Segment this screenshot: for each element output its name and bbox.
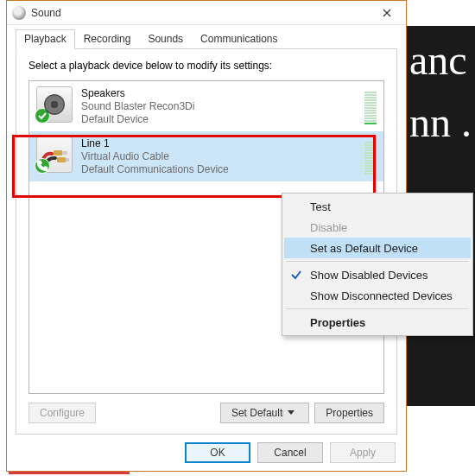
cancel-button[interactable]: Cancel	[257, 442, 323, 463]
menu-item-properties[interactable]: Properties	[284, 312, 471, 333]
menu-separator	[286, 308, 469, 309]
sound-icon	[12, 6, 26, 20]
menu-separator	[286, 261, 469, 262]
menu-item-test[interactable]: Test	[284, 196, 471, 217]
device-name: Line 1	[81, 137, 361, 150]
tab-sounds[interactable]: Sounds	[139, 29, 192, 49]
tab-recording[interactable]: Recording	[75, 29, 140, 49]
audio-cable-icon	[36, 136, 73, 173]
device-driver: Sound Blaster Recon3Di	[81, 100, 361, 113]
ok-button[interactable]: OK	[185, 442, 250, 463]
context-menu: Test Disable Set as Default Device Show …	[282, 193, 473, 336]
device-text: Line 1 Virtual Audio Cable Default Commu…	[81, 136, 361, 176]
level-meter	[364, 136, 377, 175]
configure-button[interactable]: Configure	[28, 403, 96, 423]
set-default-label: Set Default	[231, 407, 282, 419]
check-icon	[290, 269, 302, 281]
device-item-speakers[interactable]: Speakers Sound Blaster Recon3Di Default …	[29, 81, 383, 131]
chevron-down-icon[interactable]	[282, 410, 298, 416]
menu-item-show-disconnected[interactable]: Show Disconnected Devices	[284, 285, 471, 306]
device-status: Default Communications Device	[81, 163, 361, 176]
titlebar: Sound	[7, 1, 406, 25]
svg-rect-2	[62, 151, 67, 155]
device-status: Default Device	[81, 113, 361, 126]
panel-buttons: Configure Set Default Properties	[28, 403, 384, 423]
apply-button[interactable]: Apply	[330, 442, 396, 463]
tab-communications[interactable]: Communications	[192, 29, 286, 49]
close-button[interactable]	[368, 1, 406, 25]
svg-rect-0	[54, 150, 62, 155]
tabstrip: Playback Recording Sounds Communications	[16, 29, 397, 49]
default-check-badge	[35, 108, 50, 124]
svg-rect-3	[66, 158, 69, 162]
tab-playback[interactable]: Playback	[16, 29, 75, 49]
dialog-buttons: OK Cancel Apply	[7, 435, 406, 471]
level-meter	[364, 86, 377, 124]
menu-item-label: Show Disabled Devices	[310, 269, 428, 282]
menu-item-disable: Disable	[284, 217, 471, 238]
device-item-line1[interactable]: Line 1 Virtual Audio Cable Default Commu…	[29, 131, 383, 181]
communications-phone-badge	[35, 158, 50, 174]
device-text: Speakers Sound Blaster Recon3Di Default …	[81, 86, 361, 126]
svg-rect-1	[57, 157, 66, 162]
set-default-button[interactable]: Set Default	[220, 403, 309, 423]
speaker-icon	[36, 86, 73, 123]
menu-item-show-disabled[interactable]: Show Disabled Devices	[284, 264, 471, 285]
device-driver: Virtual Audio Cable	[81, 150, 361, 163]
dialog-title: Sound	[31, 7, 368, 19]
menu-item-set-default[interactable]: Set as Default Device	[284, 238, 471, 258]
properties-button[interactable]: Properties	[314, 403, 384, 423]
instruction-text: Select a playback device below to modify…	[28, 60, 384, 72]
device-name: Speakers	[81, 87, 361, 100]
